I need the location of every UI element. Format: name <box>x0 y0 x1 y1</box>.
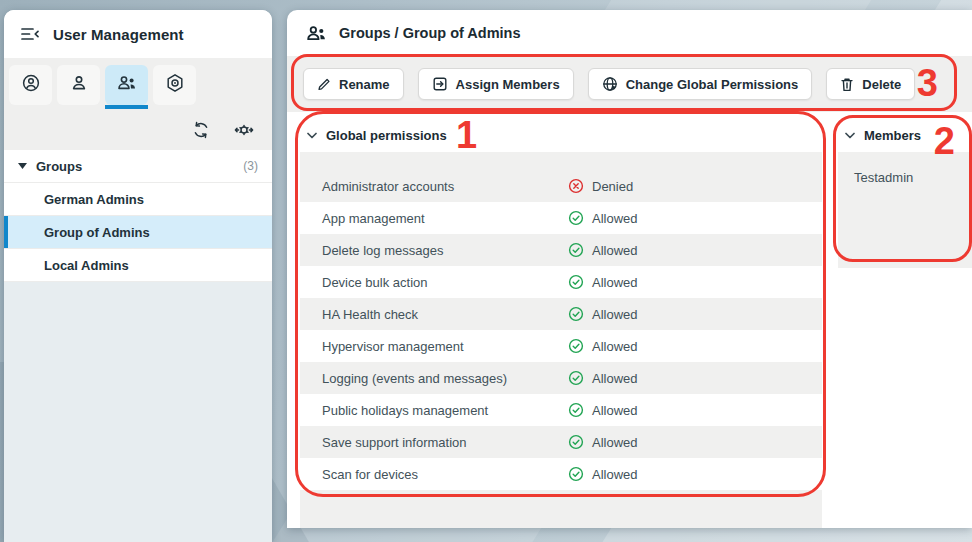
pencil-icon <box>317 77 331 91</box>
sync-settings-icon[interactable] <box>234 121 254 139</box>
main-header: Groups / Group of Admins <box>287 10 972 56</box>
denied-icon <box>568 178 584 194</box>
allowed-icon <box>568 370 584 386</box>
global-permissions-panel: Global permissions Administrator account… <box>300 118 822 528</box>
main-body: Global permissions Administrator account… <box>287 112 972 528</box>
toolbar: Rename Assign Members Change Global Pe <box>287 56 972 112</box>
permission-status: Denied <box>568 178 633 194</box>
permission-status-text: Allowed <box>592 339 638 354</box>
permission-name: Administrator accounts <box>322 179 568 194</box>
refresh-icon[interactable] <box>192 121 210 139</box>
member-item[interactable]: Testadmin <box>854 170 972 185</box>
chevron-down-icon <box>845 132 855 139</box>
members-title: Members <box>864 128 921 143</box>
main-panel: Groups / Group of Admins Rename Assign M… <box>287 10 972 528</box>
members-list: Testadmin <box>838 152 972 268</box>
assign-members-icon <box>432 76 448 92</box>
permission-name: Scan for devices <box>322 467 568 482</box>
permission-row: Device bulk action Allowed <box>300 266 822 298</box>
tree-header-label: Groups <box>36 159 82 174</box>
caret-down-icon <box>18 163 27 169</box>
delete-label: Delete <box>862 77 901 92</box>
permission-status-text: Allowed <box>592 307 638 322</box>
permission-status-text: Denied <box>592 179 633 194</box>
groups-tree: Groups (3) German Admins Group of Admins… <box>4 150 272 282</box>
permission-status: Allowed <box>568 242 638 258</box>
trash-icon <box>840 77 854 92</box>
permission-status: Allowed <box>568 338 638 354</box>
permission-row: App management Allowed <box>300 202 822 234</box>
app-title: User Management <box>53 26 184 43</box>
tree-item-local-admins[interactable]: Local Admins <box>4 249 272 282</box>
group-icon <box>116 73 138 97</box>
group-icon <box>305 23 328 44</box>
permission-status: Allowed <box>568 306 638 322</box>
global-permissions-title: Global permissions <box>326 128 447 143</box>
delete-button[interactable]: Delete <box>826 68 915 100</box>
permission-row: Hypervisor management Allowed <box>300 330 822 362</box>
permission-row: HA Health check Allowed <box>300 298 822 330</box>
allowed-icon <box>568 274 584 290</box>
allowed-icon <box>568 242 584 258</box>
hexagon-gear-icon <box>165 73 185 97</box>
sidebar-actions <box>4 109 272 150</box>
global-permissions-header[interactable]: Global permissions <box>300 118 822 152</box>
permission-status: Allowed <box>568 274 638 290</box>
permission-status: Allowed <box>568 434 638 450</box>
tab-groups[interactable] <box>105 65 148 105</box>
tab-user[interactable] <box>57 65 100 105</box>
permission-status-text: Allowed <box>592 467 638 482</box>
globe-icon <box>602 76 618 92</box>
permission-status: Allowed <box>568 402 638 418</box>
permission-name: Delete log messages <box>322 243 568 258</box>
sidebar-header: User Management <box>4 10 272 58</box>
permission-name: Hypervisor management <box>322 339 568 354</box>
permission-status: Allowed <box>568 370 638 386</box>
tab-roles[interactable] <box>153 65 196 105</box>
change-global-permissions-label: Change Global Permissions <box>626 77 799 92</box>
permission-name: HA Health check <box>322 307 568 322</box>
permission-status-text: Allowed <box>592 403 638 418</box>
members-header[interactable]: Members <box>838 118 972 152</box>
assign-members-label: Assign Members <box>456 77 560 92</box>
change-global-permissions-button[interactable]: Change Global Permissions <box>588 68 813 100</box>
tab-account[interactable] <box>9 65 52 105</box>
sidebar-tabs-area <box>4 58 272 150</box>
permission-status-text: Allowed <box>592 211 638 226</box>
permission-status: Allowed <box>568 210 638 226</box>
permission-row: Logging (events and messages) Allowed <box>300 362 822 394</box>
breadcrumb: Groups / Group of Admins <box>339 25 521 41</box>
rename-button[interactable]: Rename <box>303 68 404 100</box>
permission-name: Logging (events and messages) <box>322 371 568 386</box>
permission-status-text: Allowed <box>592 275 638 290</box>
permission-name: Device bulk action <box>322 275 568 290</box>
sidebar-filler <box>4 282 272 542</box>
person-circle-icon <box>21 73 41 97</box>
permission-status-text: Allowed <box>592 243 638 258</box>
rename-label: Rename <box>339 77 390 92</box>
groups-count: (3) <box>243 159 258 173</box>
sidebar-collapse-icon[interactable] <box>20 26 40 42</box>
permission-name: Save support information <box>322 435 568 450</box>
tree-header-groups[interactable]: Groups (3) <box>4 150 272 183</box>
allowed-icon <box>568 210 584 226</box>
tree-item-german-admins[interactable]: German Admins <box>4 183 272 216</box>
permission-row: Scan for devices Allowed <box>300 458 822 490</box>
allowed-icon <box>568 434 584 450</box>
permission-name: App management <box>322 211 568 226</box>
person-icon <box>69 73 89 97</box>
members-panel: Members Testadmin <box>838 118 972 268</box>
permission-status-text: Allowed <box>592 371 638 386</box>
sidebar-tabs <box>4 58 272 109</box>
assign-members-button[interactable]: Assign Members <box>418 68 574 100</box>
chevron-down-icon <box>307 132 317 139</box>
permission-row: Administrator accounts Denied <box>300 170 822 202</box>
permission-row: Delete log messages Allowed <box>300 234 822 266</box>
allowed-icon <box>568 338 584 354</box>
allowed-icon <box>568 466 584 482</box>
permission-row: Save support information Allowed <box>300 426 822 458</box>
permission-status: Allowed <box>568 466 638 482</box>
permission-name: Public holidays management <box>322 403 568 418</box>
allowed-icon <box>568 306 584 322</box>
tree-item-group-of-admins[interactable]: Group of Admins <box>4 216 272 249</box>
